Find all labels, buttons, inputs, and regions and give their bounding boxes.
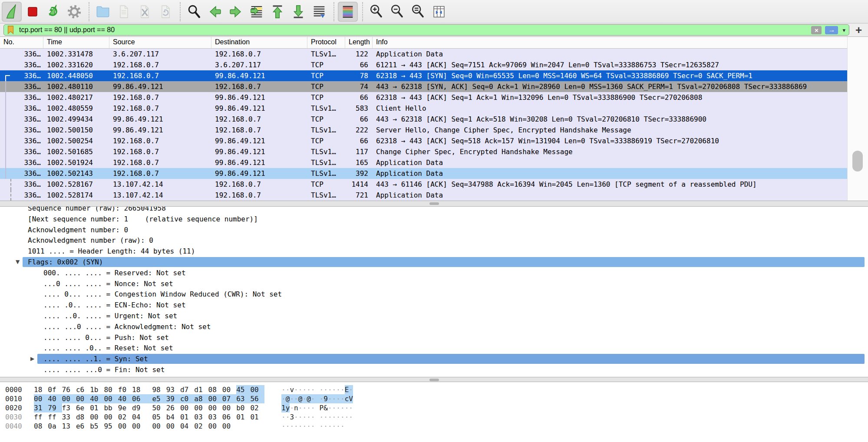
close-file-button (135, 2, 155, 22)
detail-line[interactable]: .... ..0. .... = Urgent: Not set (0, 310, 868, 321)
capture-options-button[interactable] (64, 2, 84, 22)
filter-bookmark-icon[interactable] (7, 26, 14, 34)
open-file-button[interactable] (93, 2, 113, 22)
packet-row[interactable]: 336…1002.48011099.86.49.121192.168.0.7TC… (0, 81, 847, 92)
packet-protocol: TLSv1… (307, 146, 345, 157)
column-header-destination[interactable]: Destination (211, 37, 307, 48)
packet-source: 192.168.0.7 (109, 92, 211, 103)
start-capture-button[interactable] (2, 2, 22, 22)
hex-byte: 00 (194, 403, 208, 412)
detail-line[interactable]: Acknowledgment number (raw): 0 (0, 235, 868, 246)
filter-toolbar: tcp.port == 80 || udp.port == 80 × → ▾ + (0, 23, 868, 37)
column-header-no[interactable]: No. (0, 37, 43, 48)
zoom-in-button[interactable] (366, 2, 386, 22)
filter-dropdown-chevron-icon[interactable]: ▾ (842, 27, 845, 33)
ascii-char: @ (307, 394, 311, 403)
packet-row[interactable]: 336…1002.502143192.168.0.799.86.49.121TL… (0, 168, 847, 179)
packet-source: 99.86.49.121 (109, 125, 211, 135)
detail-text: .... .... .0.. = Reset: Not set (43, 343, 173, 353)
packet-row[interactable]: 336…1002.50015099.86.49.121192.168.0.7TL… (0, 125, 847, 135)
packet-row[interactable]: 336…1002.480217192.168.0.799.86.49.121TC… (0, 92, 847, 103)
find-packet-button[interactable] (184, 2, 204, 22)
filter-add-button[interactable]: + (855, 24, 862, 36)
detail-line[interactable]: .... ...0 .... = Acknowledgment: Not set (0, 321, 868, 332)
packet-destination: 192.168.0.7 (211, 114, 307, 125)
hex-byte: 13 (62, 422, 76, 431)
detail-line[interactable]: .... .... 0... = Push: Not set (0, 332, 868, 343)
stop-capture-button[interactable] (23, 2, 43, 22)
detail-text: .... .... ..1. = Syn: Set (43, 353, 148, 364)
detail-line[interactable]: Acknowledgment number: 0 (0, 224, 868, 235)
hex-row[interactable]: 0030ffff33d80000020405b4010303060101··3·… (0, 412, 868, 422)
go-back-button[interactable] (205, 2, 225, 22)
packet-row[interactable]: 336…1002.501924192.168.0.799.86.49.121TL… (0, 157, 847, 168)
hex-ascii: ··3············· (281, 412, 353, 422)
packet-row[interactable]: 336…1002.501685192.168.0.799.86.49.121TL… (0, 146, 847, 157)
column-header-length[interactable]: Length (345, 37, 373, 48)
expander-down-icon[interactable]: ▼ (16, 257, 20, 267)
detail-line[interactable]: ▶.... .... ..1. = Syn: Set (0, 353, 868, 364)
ascii-char: 9 (323, 394, 328, 403)
expander-right-icon[interactable]: ▶ (30, 353, 34, 364)
packet-destination: 99.86.49.121 (211, 157, 307, 168)
colorize-button[interactable] (338, 2, 358, 22)
packet-no: 336… (0, 49, 43, 59)
detail-line[interactable]: .... 0... .... = Congestion Window Reduc… (0, 289, 868, 300)
hex-row[interactable]: 00203179f36e01bb9ed9502600000000b0021y·n… (0, 403, 868, 412)
detail-line[interactable]: 1011 .... = Header Length: 44 bytes (11) (0, 246, 868, 257)
hex-byte: 00 (222, 422, 236, 431)
packet-row[interactable]: 336…1002.3314783.6.207.117192.168.0.7TLS… (0, 49, 847, 59)
go-first-button[interactable] (267, 2, 287, 22)
zoom-original-button[interactable] (408, 2, 428, 22)
column-header-protocol[interactable]: Protocol (307, 37, 345, 48)
pane-splitter-top[interactable] (0, 201, 868, 207)
packet-row[interactable]: 336…1002.331620192.168.0.73.6.207.117TCP… (0, 59, 847, 70)
packet-row[interactable]: 336…1002.448050192.168.0.799.86.49.121TC… (0, 70, 847, 81)
detail-line[interactable]: ▼Flags: 0x002 (SYN) (0, 257, 868, 267)
detail-line[interactable]: .... .0.. .... = ECN-Echo: Not set (0, 300, 868, 310)
display-filter-input[interactable]: tcp.port == 80 || udp.port == 80 × → ▾ (3, 24, 849, 36)
go-to-packet-button[interactable] (247, 2, 267, 22)
detail-line[interactable]: .... .... ...0 = Fin: Not set (0, 364, 868, 375)
hex-byte: 26 (166, 403, 180, 412)
go-last-button[interactable] (288, 2, 308, 22)
packet-row[interactable]: 336…1002.52816713.107.42.14192.168.0.7TC… (0, 179, 847, 190)
zoom-out-button[interactable] (387, 2, 407, 22)
pane-splitter-bottom[interactable] (0, 377, 868, 382)
filter-apply-button[interactable]: → (825, 26, 838, 34)
detail-text: .... .... 0... = Push: Not set (43, 332, 169, 343)
auto-scroll-button[interactable] (309, 2, 329, 22)
ascii-char: · (290, 403, 294, 412)
detail-line[interactable]: Sequence number (raw): 2665041958 (0, 207, 868, 214)
hex-row[interactable]: 00100040000040004006e539c0a800076356·@··… (0, 394, 868, 403)
go-forward-button[interactable] (226, 2, 246, 22)
column-header-source[interactable]: Source (109, 37, 211, 48)
packet-destination: 192.168.0.7 (211, 179, 307, 190)
hex-byte: f0 (118, 385, 132, 394)
resize-columns-button[interactable] (429, 2, 449, 22)
packet-length: 66 (345, 59, 373, 70)
ascii-char: · (340, 394, 345, 403)
detail-line[interactable]: [Next sequence number: 1 (relative seque… (0, 214, 868, 224)
ascii-char: · (298, 385, 303, 394)
restart-capture-button[interactable] (43, 2, 63, 22)
column-header-info[interactable]: Info (373, 37, 847, 48)
hex-byte: 79 (48, 403, 62, 412)
ascii-char: · (332, 385, 337, 394)
detail-line[interactable]: 000. .... .... = Reserved: Not set (0, 267, 868, 278)
scrollbar-thumb[interactable] (852, 151, 863, 172)
hex-offset: 0040 (5, 422, 22, 431)
hex-row[interactable]: 0000180f76c61b80f0189893d7d108004500··v·… (0, 385, 868, 394)
ascii-char: · (340, 412, 345, 422)
packet-row[interactable]: 336…1002.49943499.86.49.121192.168.0.7TC… (0, 114, 847, 125)
detail-line[interactable]: ...0 .... .... = Nonce: Not set (0, 278, 868, 289)
packet-row[interactable]: 336…1002.52817413.107.42.14192.168.0.7TL… (0, 190, 847, 201)
packet-row[interactable]: 336…1002.480559192.168.0.799.86.49.121TL… (0, 103, 847, 114)
packet-row[interactable]: 336…1002.500254192.168.0.799.86.49.121TC… (0, 135, 847, 146)
filter-expression-text[interactable]: tcp.port == 80 || udp.port == 80 (19, 26, 811, 34)
packet-list-scrollbar[interactable] (847, 37, 868, 201)
detail-line[interactable]: .... .... .0.. = Reset: Not set (0, 343, 868, 353)
hex-row[interactable]: 0040080a13e6b5950000000004020000········… (0, 422, 868, 431)
column-header-time[interactable]: Time (43, 37, 109, 48)
filter-clear-button[interactable]: × (811, 26, 822, 34)
